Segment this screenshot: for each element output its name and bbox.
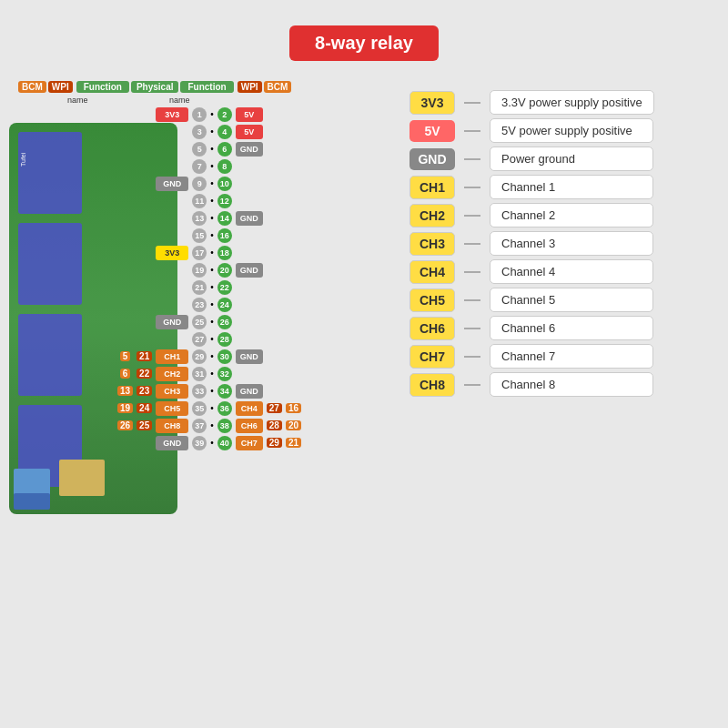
legend-connector-line (464, 187, 480, 188)
legend-item: CH4Channel 4 (410, 259, 692, 284)
table-row: 3 • 4 5V (116, 123, 303, 140)
table-row: GND 25 • 26 (116, 313, 303, 330)
page-container: 8-way relay Tufei BCM (0, 0, 728, 728)
legend-item: CH1Channel 1 (410, 175, 692, 199)
table-row: GND 9 • 10 (116, 175, 303, 192)
legend-connector-line (464, 130, 480, 132)
legend-description: Channel 5 (490, 288, 653, 312)
table-row: 19 24 CH5 35 • 36 CH4 27 16 (116, 399, 303, 417)
legend-item: CH3Channel 3 (410, 231, 692, 256)
legend-connector-line (464, 158, 480, 160)
legend-badge: 5V (410, 120, 455, 142)
header-func-right: Function (180, 81, 233, 93)
table-row: 3V3 17 • 18 (116, 244, 303, 261)
legend-item: CH8Channel 8 (410, 372, 692, 397)
legend-badge: CH7 (410, 345, 455, 369)
legend-connector-line (464, 215, 480, 217)
table-row: 6 22 CH2 31 • 32 (116, 365, 303, 382)
legend-connector-line (464, 271, 480, 273)
legend-item: CH7Channel 7 (410, 344, 692, 369)
legend-connector-line (464, 243, 480, 245)
table-row: 13 • 14 GND (116, 209, 303, 227)
header-wpi-right: WPI (238, 81, 262, 93)
legend-description: Power ground (490, 147, 653, 171)
legend-badge: CH8 (410, 373, 455, 397)
table-row: 13 23 CH3 33 • 34 GND (116, 382, 303, 399)
legend-description: Channel 2 (490, 203, 653, 228)
legend-description: Channel 8 (490, 372, 653, 397)
legend-badge: CH3 (410, 232, 455, 256)
legend-description: Channel 6 (490, 316, 653, 340)
table-row: 5 21 CH1 29 • 30 GND (116, 348, 303, 365)
legend-item: CH5Channel 5 (410, 288, 692, 312)
table-row: 7 • 8 (116, 157, 303, 175)
legend-badge: CH1 (410, 176, 455, 199)
legend-item: GNDPower ground (410, 147, 692, 171)
table-row: 3V3 1 • 2 5V (116, 106, 303, 123)
legend-description: 5V power supply positive (490, 118, 653, 143)
legend-connector-line (464, 299, 480, 301)
legend-item: CH6Channel 6 (410, 316, 692, 340)
table-row: 5 • 6 GND (116, 140, 303, 157)
legend-item: 5V5V power supply positive (410, 118, 692, 143)
legend-connector-line (464, 328, 480, 329)
name-label-left: name (64, 96, 116, 105)
header-func-left: Function (76, 81, 129, 93)
gpio-diagram: Tufei BCM WPI Function Physical Function… (9, 77, 400, 451)
page-title: 8-way relay (289, 25, 439, 61)
gpio-table: 3V3 1 • 2 5V 3 • 4 (116, 106, 303, 451)
legend-connector-line (464, 102, 480, 104)
legend-item: 3V33.3V power supply positive (410, 90, 692, 115)
main-layout: Tufei BCM WPI Function Physical Function… (9, 77, 719, 451)
table-row: 21 • 22 (116, 278, 303, 296)
table-row: 26 25 CH8 37 • 38 CH6 28 20 (116, 417, 303, 434)
legend-description: Channel 4 (490, 259, 653, 284)
header-wpi-left: WPI (48, 81, 73, 93)
table-row: 11 • 12 (116, 192, 303, 209)
legend-description: Channel 1 (490, 175, 653, 199)
name-label-right: name (166, 96, 218, 105)
legend-badge: CH5 (410, 288, 455, 312)
legend-badge: CH6 (410, 317, 455, 340)
table-row: GND 39 • 40 CH7 29 21 (116, 434, 303, 451)
legend-badge: 3V3 (410, 91, 455, 115)
legend-badge: GND (410, 148, 455, 170)
legend-panel: 3V33.3V power supply positive5V5V power … (410, 77, 692, 451)
legend-description: Channel 3 (490, 231, 653, 256)
header-bcm-right: BCM (264, 81, 292, 93)
legend-description: Channel 7 (490, 344, 653, 369)
table-row: 23 • 24 (116, 296, 303, 313)
table-row: 15 • 16 (116, 227, 303, 244)
header-physical: Physical (131, 81, 179, 93)
table-row: 27 • 28 (116, 330, 303, 348)
header-bcm-left: BCM (18, 81, 46, 93)
legend-connector-line (464, 356, 480, 358)
legend-badge: CH4 (410, 260, 455, 284)
legend-item: CH2Channel 2 (410, 203, 692, 228)
legend-badge: CH2 (410, 204, 455, 228)
legend-connector-line (464, 384, 480, 386)
table-row: 19 • 20 GND (116, 261, 303, 278)
legend-description: 3.3V power supply positive (490, 90, 654, 115)
